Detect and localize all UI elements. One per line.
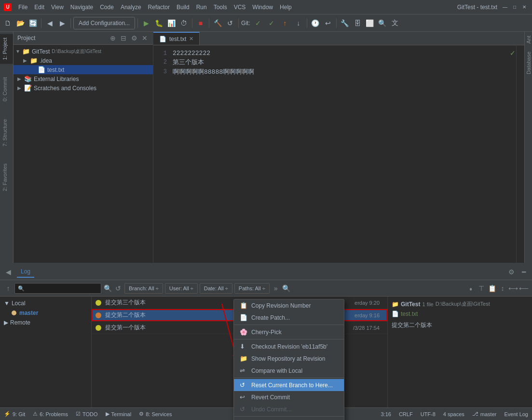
git-close-btn[interactable]: ━: [519, 268, 528, 276]
build-button[interactable]: 🔨: [212, 17, 223, 29]
favorites-tab[interactable]: 2: Favorites: [0, 160, 13, 195]
encoding-status[interactable]: UTF-8: [421, 411, 436, 417]
git-checkmark[interactable]: ✓: [252, 17, 264, 29]
indent-status[interactable]: 4 spaces: [443, 411, 464, 417]
branch-status[interactable]: ⎇ master: [472, 411, 497, 417]
minimize-button[interactable]: —: [501, 3, 509, 11]
position-status[interactable]: 3:16: [381, 411, 391, 417]
local-group-header[interactable]: ▼ Local: [0, 298, 91, 308]
git-settings-btn[interactable]: ⚙: [507, 268, 516, 276]
test-txt-file[interactable]: 📄 test.txt: [14, 65, 153, 74]
debug-button[interactable]: 🐛: [153, 17, 164, 29]
git-filter2[interactable]: ⊤: [477, 284, 486, 293]
add-configuration-button[interactable]: Add Configuration...: [73, 17, 135, 29]
new-file-button[interactable]: 🗋: [2, 17, 14, 29]
git-left-arrow[interactable]: ◀: [4, 266, 13, 278]
scratches-consoles[interactable]: ▶ 📝 Scratches and Consoles: [14, 83, 153, 93]
window-controls[interactable]: — □ ✕: [501, 3, 528, 11]
menu-item-tools[interactable]: Tools: [211, 3, 230, 12]
context-copy-revision[interactable]: 📋 Copy Revision Number: [234, 299, 344, 312]
commit-tab[interactable]: 0: Commit: [0, 73, 13, 105]
branch-filter[interactable]: Branch: All ÷: [124, 283, 163, 294]
translate-button[interactable]: 文: [389, 17, 401, 29]
date-filter[interactable]: Date: All ÷: [200, 283, 232, 294]
rollback-button[interactable]: ↩: [322, 17, 334, 29]
menu-item-view[interactable]: View: [48, 3, 67, 12]
git-fetch-small[interactable]: ↑: [4, 284, 13, 293]
maximize-button[interactable]: □: [511, 3, 518, 11]
git-detail-file[interactable]: 📄 test.txt: [392, 311, 528, 317]
git-refresh[interactable]: ↺: [114, 284, 123, 293]
close-sidebar-button[interactable]: ✕: [140, 34, 149, 42]
ant-panel[interactable]: Ant: [525, 32, 532, 48]
back-button[interactable]: ◀: [44, 17, 55, 29]
database-panel[interactable]: Database: [525, 48, 532, 78]
external-libraries[interactable]: ▶ 📚 External Libraries: [14, 74, 153, 83]
context-cherry-pick[interactable]: 🌸 Cherry-Pick: [234, 326, 344, 338]
close-button[interactable]: ✕: [520, 3, 528, 11]
menu-item-window[interactable]: Window: [249, 3, 276, 12]
project-tab[interactable]: 1: Project: [0, 34, 13, 64]
context-compare-local[interactable]: ⇌ Compare with Local: [234, 365, 344, 377]
context-revert-commit[interactable]: ↩ Revert Commit: [234, 391, 344, 403]
paths-filter[interactable]: Paths: All ÷: [234, 283, 270, 294]
git-push-button[interactable]: ✓: [266, 17, 277, 29]
settings-icon-button[interactable]: ⚙: [130, 34, 138, 42]
add-button[interactable]: ⊕: [109, 34, 117, 42]
coverage-button[interactable]: 📊: [165, 17, 177, 29]
event-log-status[interactable]: Event Log: [504, 411, 528, 417]
git-pull-button[interactable]: ↑: [279, 17, 291, 29]
menu-item-build[interactable]: Build: [174, 3, 192, 12]
more-filters[interactable]: »: [272, 284, 280, 293]
test-txt-tab[interactable]: 📄 test.txt ✕: [153, 32, 200, 45]
forward-button[interactable]: ▶: [56, 17, 68, 29]
context-create-patch[interactable]: 📄 Create Patch...: [234, 312, 344, 324]
context-reset-branch[interactable]: ↺ Reset Current Branch to Here...: [234, 379, 344, 391]
structure-tab[interactable]: 7: Structure: [0, 115, 13, 150]
git-search-options[interactable]: 🔍: [103, 284, 112, 293]
user-filter[interactable]: User: All ÷: [165, 283, 198, 294]
menu-item-analyze[interactable]: Analyze: [118, 3, 144, 12]
git-copy[interactable]: 📋: [488, 284, 496, 293]
project-root[interactable]: ▼ 📁 GitTest D:\Backup\桌面\GitTest: [14, 47, 153, 56]
menu-item-file[interactable]: File: [15, 3, 30, 12]
menu-item-navigate[interactable]: Navigate: [68, 3, 96, 12]
profile-button[interactable]: ⏱: [178, 17, 190, 29]
settings-button[interactable]: 🔧: [339, 17, 351, 29]
editor-content[interactable]: 1 2222222222 2 第三个版本 3 啊啊啊啊啊88888啊啊啊啊啊: [153, 45, 524, 263]
git-expand-left[interactable]: ⬧: [466, 284, 475, 293]
menu-item-edit[interactable]: Edit: [31, 3, 47, 12]
menu-bar[interactable]: FileEditViewNavigateCodeAnalyzeRefactorB…: [15, 3, 457, 12]
search-button[interactable]: 🔍: [377, 17, 388, 29]
history-button[interactable]: 🕐: [310, 17, 321, 29]
idea-folder[interactable]: ▶ 📁 .idea: [14, 56, 153, 65]
git-expand-all[interactable]: ⟷: [509, 284, 518, 293]
line-ending-status[interactable]: CRLF: [399, 411, 413, 417]
stop-button[interactable]: ■: [195, 17, 206, 29]
menu-item-run[interactable]: Run: [193, 3, 210, 12]
todo-status[interactable]: ☑ TODO: [76, 411, 98, 417]
search-git-btn[interactable]: 🔍: [282, 284, 291, 293]
menu-item-refactor[interactable]: Refactor: [145, 3, 173, 12]
menu-item-code[interactable]: Code: [97, 3, 117, 12]
problems-status[interactable]: ⚠ 6: Problems: [33, 411, 68, 417]
context-show-repo[interactable]: 📁 Show Repository at Revision: [234, 352, 344, 365]
layout-button[interactable]: ⬜: [364, 17, 376, 29]
master-branch[interactable]: master: [0, 308, 91, 318]
menu-item-vcs[interactable]: VCS: [231, 3, 249, 12]
sync-button[interactable]: 🔄: [27, 17, 39, 29]
git-collapse-all[interactable]: ⟵: [519, 284, 528, 293]
menu-item-help[interactable]: Help: [277, 3, 295, 12]
tab-close-icon[interactable]: ✕: [189, 36, 193, 42]
collapse-button[interactable]: ⊟: [119, 34, 128, 42]
git-fetch-button[interactable]: ↓: [293, 17, 304, 29]
terminal-status[interactable]: ▶ Terminal: [106, 411, 132, 417]
git-status[interactable]: ⚡ 9: Git: [4, 411, 25, 417]
database-button[interactable]: 🗄: [352, 17, 363, 29]
context-edit-commit-msg[interactable]: ✏ Edit Commit Message... F2: [234, 418, 344, 420]
git-diff[interactable]: ↕: [498, 284, 507, 293]
git-search-input[interactable]: [14, 283, 101, 294]
git-log-tab[interactable]: Log: [17, 266, 34, 278]
services-status[interactable]: ⚙ 8: Services: [139, 411, 172, 417]
context-checkout-revision[interactable]: ⬇ Checkout Revision 'eb11af5b': [234, 340, 344, 352]
